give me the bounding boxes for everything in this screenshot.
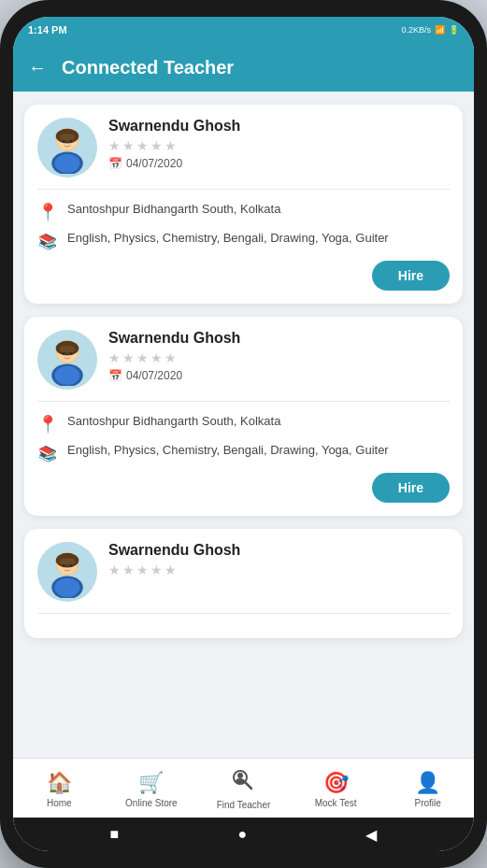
find-teacher-icon [232, 769, 254, 797]
profile-label: Profile [414, 798, 440, 808]
calendar-icon-2: 📅 [108, 369, 122, 382]
svg-point-26 [236, 778, 245, 784]
date-row-1: 📅 04/07/2020 [108, 157, 450, 170]
avatar-2 [37, 330, 97, 390]
subjects-icon-2: 📚 [37, 443, 58, 463]
teacher-name-1: Swarnendu Ghosh [108, 118, 450, 135]
svg-rect-13 [60, 346, 75, 352]
avatar-1 [37, 118, 97, 178]
date-text-2: 04/07/2020 [126, 369, 182, 382]
mock-test-icon: 🎯 [323, 771, 349, 795]
nav-profile[interactable]: 👤 Profile [400, 771, 456, 808]
status-time: 1:14 PM [28, 24, 67, 36]
nav-mock-test[interactable]: 🎯 Mock Test [308, 771, 364, 808]
nav-find-teacher[interactable]: Find Teacher [215, 769, 271, 810]
teacher-info-3: Swarnendu Ghosh ★ ★ ★ ★ ★ [108, 542, 450, 581]
teacher-card-3: Swarnendu Ghosh ★ ★ ★ ★ ★ [24, 529, 463, 638]
subjects-row-2: 📚 English, Physics, Chemistry, Bengali, … [37, 442, 450, 463]
hire-row-1: Hire [37, 261, 450, 291]
page-title: Connected Teacher [62, 57, 234, 78]
svg-point-10 [55, 366, 80, 385]
teacher-card-1: Swarnendu Ghosh ★ ★ ★ ★ ★ 📅 04/07/2020 [24, 105, 463, 304]
svg-rect-21 [60, 558, 75, 564]
date-row-2: 📅 04/07/2020 [108, 369, 450, 382]
back-button[interactable]: ← [28, 57, 47, 78]
profile-icon: 👤 [415, 771, 440, 795]
status-icons: 0.2KB/s 📶 🔋 [401, 25, 459, 35]
phone-frame: 1:14 PM 0.2KB/s 📶 🔋 ← Connected Teacher [0, 0, 487, 868]
stars-2: ★ ★ ★ ★ ★ [108, 350, 450, 365]
back-triangle-button[interactable]: ◀ [365, 826, 377, 844]
location-icon-2: 📍 [37, 414, 58, 434]
svg-rect-5 [60, 134, 75, 140]
system-nav-bar: ■ ● ◀ [13, 818, 474, 851]
card-header-3: Swarnendu Ghosh ★ ★ ★ ★ ★ [37, 542, 450, 614]
teacher-card-2: Swarnendu Ghosh ★ ★ ★ ★ ★ 📅 04/07/2020 [24, 317, 463, 516]
signal-icon: 📶 [435, 25, 445, 35]
square-button[interactable]: ■ [110, 826, 120, 843]
mock-test-label: Mock Test [315, 798, 357, 808]
nav-home[interactable]: 🏠 Home [31, 771, 87, 808]
svg-point-2 [55, 154, 80, 173]
stars-3: ★ ★ ★ ★ ★ [108, 562, 450, 577]
teacher-name-2: Swarnendu Ghosh [108, 330, 450, 347]
find-teacher-label: Find Teacher [217, 800, 271, 810]
svg-point-15 [69, 352, 72, 355]
date-text-1: 04/07/2020 [126, 157, 182, 170]
location-row-2: 📍 Santoshpur Bidhangarth South, Kolkata [37, 413, 450, 434]
avatar-3 [37, 542, 97, 602]
header: ← Connected Teacher [13, 43, 474, 92]
battery-icon: 🔋 [449, 25, 459, 35]
svg-line-27 [245, 782, 251, 789]
hire-button-1[interactable]: Hire [372, 261, 450, 291]
circle-button[interactable]: ● [238, 826, 248, 843]
calendar-icon-1: 📅 [108, 157, 122, 170]
location-icon-1: 📍 [37, 202, 58, 222]
hire-button-2[interactable]: Hire [372, 473, 450, 503]
svg-point-18 [55, 578, 80, 597]
location-text-1: Santoshpur Bidhangarth South, Kolkata [67, 201, 280, 218]
location-text-2: Santoshpur Bidhangarth South, Kolkata [67, 413, 280, 430]
hire-row-2: Hire [37, 473, 450, 503]
svg-point-25 [237, 773, 243, 778]
card-header-1: Swarnendu Ghosh ★ ★ ★ ★ ★ 📅 04/07/2020 [37, 118, 450, 190]
svg-point-6 [62, 140, 64, 143]
teacher-info-2: Swarnendu Ghosh ★ ★ ★ ★ ★ 📅 04/07/2020 [108, 330, 450, 382]
svg-point-14 [62, 352, 64, 355]
home-label: Home [47, 798, 72, 808]
network-speed: 0.2KB/s [401, 25, 431, 35]
svg-point-22 [62, 564, 64, 567]
home-icon: 🏠 [47, 771, 72, 795]
svg-point-7 [69, 140, 72, 143]
teacher-info-1: Swarnendu Ghosh ★ ★ ★ ★ ★ 📅 04/07/2020 [108, 118, 450, 170]
phone-screen: 1:14 PM 0.2KB/s 📶 🔋 ← Connected Teacher [13, 17, 474, 851]
subjects-text-2: English, Physics, Chemistry, Bengali, Dr… [67, 442, 389, 459]
store-icon: 🛒 [138, 771, 164, 795]
subjects-row-1: 📚 English, Physics, Chemistry, Bengali, … [37, 230, 450, 251]
subjects-icon-1: 📚 [37, 231, 58, 251]
status-bar: 1:14 PM 0.2KB/s 📶 🔋 [13, 17, 474, 43]
subjects-text-1: English, Physics, Chemistry, Bengali, Dr… [67, 230, 389, 247]
store-label: Online Store [125, 798, 178, 808]
bottom-nav: 🏠 Home 🛒 Online Store Find Teacher [13, 758, 474, 818]
stars-1: ★ ★ ★ ★ ★ [108, 138, 450, 153]
card-header-2: Swarnendu Ghosh ★ ★ ★ ★ ★ 📅 04/07/2020 [37, 330, 450, 402]
teacher-name-3: Swarnendu Ghosh [108, 542, 450, 559]
svg-point-23 [69, 564, 72, 567]
content-area: Swarnendu Ghosh ★ ★ ★ ★ ★ 📅 04/07/2020 [13, 92, 474, 758]
nav-store[interactable]: 🛒 Online Store [123, 771, 179, 808]
location-row-1: 📍 Santoshpur Bidhangarth South, Kolkata [37, 201, 450, 222]
